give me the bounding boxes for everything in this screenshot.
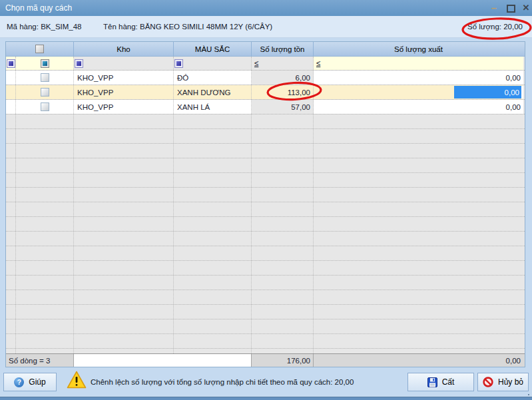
row-checkbox[interactable] — [41, 73, 49, 82]
help-button-label: Giúp — [29, 377, 45, 387]
row-checkbox-cell[interactable] — [16, 85, 74, 99]
cell-so-luong-ton[interactable]: 6,00 — [252, 71, 314, 85]
row-count-label: Số dòng = 3 — [6, 354, 74, 367]
cancel-button-label: Hủy bỏ — [498, 377, 523, 387]
title-bar: Chọn mã quy cách – ✕ — [0, 0, 532, 16]
grid-line — [313, 114, 314, 353]
empty-row — [6, 319, 525, 334]
grid-line — [251, 114, 252, 353]
maximize-icon[interactable] — [505, 0, 517, 16]
cell-mau-sac[interactable]: XANH LÁ — [174, 100, 252, 114]
empty-row — [6, 261, 525, 276]
empty-row — [6, 202, 525, 217]
header-so-luong-xuat[interactable]: Số lượng xuất — [314, 42, 523, 56]
table-row-selected: KHO_VPP XANH DƯƠNG 113,00 0,00 — [6, 85, 525, 100]
summary-empty-cell — [74, 354, 252, 367]
table-row: KHO_VPP XANH LÁ 57,00 0,00 — [6, 100, 525, 114]
empty-row — [6, 246, 525, 261]
spec-grid: Kho MÀU SẮC Số lượng tồn Số lượng xuất ≤… — [5, 41, 525, 367]
filter-checkbox-cell[interactable] — [16, 57, 74, 70]
empty-row — [6, 290, 525, 305]
summary-xuat-total: 0,00 — [314, 354, 523, 367]
close-icon[interactable]: ✕ — [520, 0, 532, 16]
summary-row: Số dòng = 3 176,00 0,00 — [6, 353, 525, 367]
empty-row — [6, 144, 525, 158]
cell-so-luong-xuat[interactable]: 0,00 — [314, 100, 523, 114]
cell-editor-caret — [521, 86, 523, 99]
row-indicator-cell[interactable] — [6, 100, 16, 114]
empty-row — [6, 276, 525, 290]
header-checkbox-cell[interactable] — [6, 42, 74, 56]
save-button-label: Cất — [442, 377, 455, 387]
minimize-icon[interactable]: – — [488, 0, 500, 16]
empty-row — [6, 232, 525, 246]
less-equal-icon[interactable]: ≤ — [314, 59, 320, 67]
empty-row — [6, 349, 525, 353]
save-icon — [427, 377, 437, 387]
grid-line — [73, 114, 74, 353]
cancel-button[interactable]: Hủy bỏ — [477, 373, 529, 391]
cell-so-luong-xuat[interactable]: 0,00 — [314, 71, 523, 85]
window-bottom-border — [0, 397, 532, 400]
grid-empty-area — [6, 114, 525, 353]
cell-so-luong-ton[interactable]: 113,00 — [252, 85, 314, 99]
save-button[interactable]: Cất — [407, 373, 474, 391]
less-equal-icon[interactable]: ≤ — [252, 59, 258, 67]
filter-icon[interactable] — [174, 59, 183, 68]
header-so-luong-ton[interactable]: Số lượng tồn — [252, 42, 314, 56]
filter-row: ≤ ≤ — [6, 57, 525, 71]
table-row: KHO_VPP ĐỎ 6,00 0,00 — [6, 71, 525, 85]
cell-kho[interactable]: KHO_VPP — [74, 71, 174, 85]
filter-mau-sac-cell[interactable] — [174, 57, 252, 70]
filter-icon[interactable] — [7, 59, 15, 68]
empty-row — [6, 305, 525, 319]
row-indicator-cell[interactable] — [6, 85, 16, 99]
row-indicator-cell[interactable] — [6, 71, 16, 85]
grid-header-row: Kho MÀU SẮC Số lượng tồn Số lượng xuất — [6, 42, 525, 57]
resize-grip[interactable] — [528, 394, 529, 395]
grid-line — [173, 114, 174, 353]
row-checkbox[interactable] — [41, 102, 49, 111]
help-button[interactable]: ? Giúp — [3, 373, 57, 391]
window-title: Chọn mã quy cách — [5, 0, 72, 16]
warning-message: Chênh lệch số lượng với tổng số lượng nh… — [91, 373, 354, 391]
cancel-icon — [483, 377, 493, 387]
summary-ton-total: 176,00 — [252, 354, 314, 367]
row-checkbox-cell[interactable] — [16, 100, 74, 114]
filter-xuat-cell[interactable]: ≤ — [314, 57, 523, 70]
empty-row — [6, 188, 525, 202]
cell-so-luong-ton[interactable]: 57,00 — [252, 100, 314, 114]
item-code-label: Mã hàng: BK_SIM_48 — [7, 16, 82, 37]
maximize-glyph — [507, 5, 515, 13]
filter-icon[interactable] — [75, 59, 83, 68]
select-all-checkbox[interactable] — [35, 45, 44, 53]
cell-mau-sac[interactable]: ĐỎ — [174, 71, 252, 85]
empty-row — [6, 129, 525, 144]
grid-line — [15, 114, 16, 353]
cell-kho[interactable]: KHO_VPP — [74, 85, 174, 99]
filter-indicator-cell[interactable] — [6, 57, 16, 70]
empty-row — [6, 158, 525, 173]
cell-mau-sac[interactable]: XANH DƯƠNG — [174, 85, 252, 99]
item-name-label: Tên hàng: BĂNG KEO SIMILI 48MM 12Y (6/CÂ… — [103, 16, 272, 37]
empty-row — [6, 334, 525, 349]
empty-row — [6, 114, 525, 129]
header-kho[interactable]: Kho — [74, 42, 174, 56]
row-checkbox[interactable] — [41, 88, 49, 97]
empty-row — [6, 217, 525, 232]
header-mau-sac[interactable]: MÀU SẮC — [174, 42, 252, 56]
filter-checkbox-icon[interactable] — [41, 59, 49, 68]
cell-so-luong-xuat-editing[interactable]: 0,00 — [314, 85, 523, 99]
row-checkbox-cell[interactable] — [16, 71, 74, 85]
help-icon: ? — [14, 377, 24, 387]
filter-ton-cell[interactable]: ≤ — [252, 57, 314, 70]
empty-row — [6, 173, 525, 188]
info-bar: Mã hàng: BK_SIM_48 Tên hàng: BĂNG KEO SI… — [0, 16, 532, 38]
quantity-label: Số lượng: 20,00 — [467, 16, 523, 37]
cell-editor-selection[interactable]: 0,00 — [454, 86, 521, 99]
filter-kho-cell[interactable] — [74, 57, 174, 70]
cell-kho[interactable]: KHO_VPP — [74, 100, 174, 114]
warning-icon — [66, 370, 87, 390]
